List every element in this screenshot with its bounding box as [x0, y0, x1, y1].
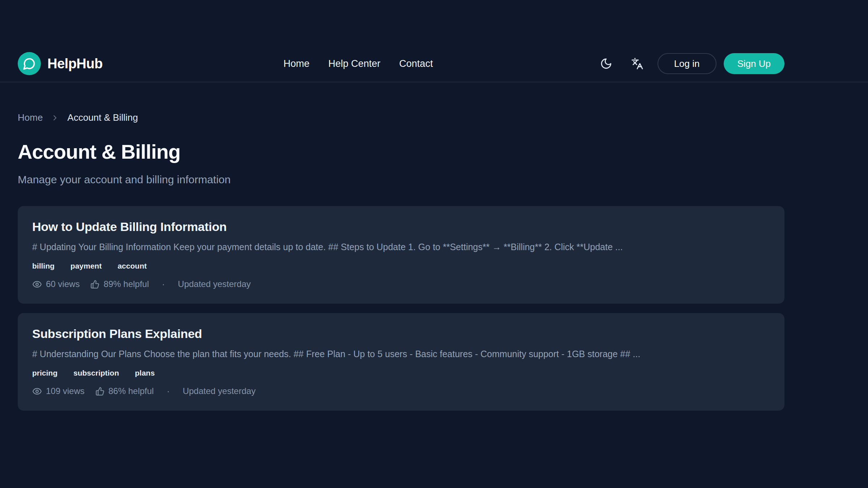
breadcrumb-home-link[interactable]: Home	[18, 112, 43, 123]
theme-toggle-button[interactable]	[597, 55, 615, 72]
tag: billing	[32, 262, 55, 270]
top-navbar: HelpHub Home Help Center Contact	[0, 0, 868, 82]
tag: payment	[71, 262, 102, 270]
breadcrumb: Home Account & Billing	[18, 112, 784, 123]
signup-button[interactable]: Sign Up	[724, 53, 785, 74]
article-title: Subscription Plans Explained	[32, 327, 770, 341]
tag: subscription	[73, 369, 119, 377]
helpful-label: 89% helpful	[103, 279, 149, 289]
languages-icon	[631, 57, 643, 70]
dot-separator: ·	[162, 279, 165, 289]
eye-icon	[32, 386, 42, 396]
article-excerpt: # Updating Your Billing Information Keep…	[32, 242, 770, 252]
nav-link-help-center[interactable]: Help Center	[328, 58, 380, 69]
brand[interactable]: HelpHub	[18, 52, 103, 75]
thumbs-up-icon	[95, 387, 105, 396]
navbar-controls: Log in Sign Up	[597, 53, 784, 74]
helpful-label: 86% helpful	[109, 386, 154, 396]
primary-nav: Home Help Center Contact	[284, 58, 433, 69]
thumbs-up-icon	[90, 280, 99, 289]
updated-label: Updated yesterday	[178, 279, 251, 289]
views-label: 60 views	[46, 279, 80, 289]
breadcrumb-current: Account & Billing	[67, 112, 138, 123]
article-list: How to Update Billing Information # Upda…	[18, 206, 784, 411]
brand-name: HelpHub	[47, 56, 103, 72]
views-stat: 109 views	[32, 386, 85, 396]
nav-link-home[interactable]: Home	[284, 58, 310, 69]
article-stats: 60 views 89% helpful · Updated yesterday	[32, 279, 770, 289]
article-card-billing-information[interactable]: How to Update Billing Information # Upda…	[18, 206, 784, 304]
login-button[interactable]: Log in	[658, 53, 716, 74]
views-stat: 60 views	[32, 279, 80, 289]
main-content: Home Account & Billing Account & Billing…	[18, 112, 784, 411]
tag: account	[118, 262, 147, 270]
language-button[interactable]	[629, 55, 646, 72]
page-subtitle: Manage your account and billing informat…	[18, 174, 784, 186]
nav-link-contact[interactable]: Contact	[399, 58, 433, 69]
dot-separator: ·	[167, 386, 170, 396]
eye-icon	[32, 279, 42, 289]
page-title: Account & Billing	[18, 140, 784, 163]
article-tags: billing payment account	[32, 262, 770, 270]
chevron-right-icon	[51, 114, 59, 122]
tag: pricing	[32, 369, 58, 377]
article-title: How to Update Billing Information	[32, 220, 770, 234]
article-stats: 109 views 86% helpful · Updated yesterda…	[32, 386, 770, 396]
logo-message-circle-icon	[18, 52, 41, 75]
tag: plans	[135, 369, 155, 377]
article-tags: pricing subscription plans	[32, 369, 770, 377]
helpful-stat: 89% helpful	[90, 279, 149, 289]
views-label: 109 views	[46, 386, 85, 396]
updated-label: Updated yesterday	[183, 386, 255, 396]
article-card-subscription-plans[interactable]: Subscription Plans Explained # Understan…	[18, 313, 784, 411]
helpful-stat: 86% helpful	[95, 386, 154, 396]
article-excerpt: # Understanding Our Plans Choose the pla…	[32, 349, 770, 359]
moon-icon	[600, 57, 612, 70]
